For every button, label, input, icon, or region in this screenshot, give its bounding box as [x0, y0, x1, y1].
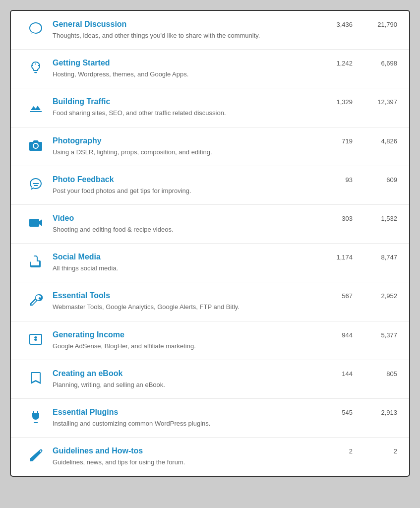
forum-stats-general-discussion: 3,436 21,790: [318, 20, 397, 28]
photo-feedback-icon: [23, 175, 49, 192]
forum-desc-building-traffic: Food sharing sites, SEO, and other traff…: [53, 109, 226, 117]
forum-row-generating-income: Generating Income Google AdSense, BlogHe…: [11, 321, 409, 360]
forum-row-essential-tools: Essential Tools Webmaster Tools, Google …: [11, 282, 409, 321]
forum-info-essential-tools: Essential Tools Webmaster Tools, Google …: [49, 291, 318, 312]
forum-posts-social-media: 1,174: [328, 254, 353, 261]
forum-title-building-traffic[interactable]: Building Traffic: [53, 97, 318, 106]
forum-row-essential-plugins: Essential Plugins Installing and customi…: [11, 399, 409, 438]
forum-title-essential-tools[interactable]: Essential Tools: [53, 291, 318, 300]
forum-title-getting-started[interactable]: Getting Started: [53, 59, 318, 67]
plug-icon: [23, 408, 49, 425]
forum-views-essential-tools: 2,952: [372, 292, 397, 300]
forum-views-generating-income: 5,377: [372, 331, 397, 339]
forum-posts-creating-ebook: 144: [328, 370, 353, 378]
forum-posts-essential-tools: 567: [328, 292, 353, 300]
forum-views-building-traffic: 12,397: [372, 98, 397, 106]
forum-title-essential-plugins[interactable]: Essential Plugins: [53, 408, 318, 417]
forum-desc-social-media: All things social media.: [53, 264, 118, 272]
forum-posts-guidelines: 2: [328, 447, 353, 455]
forum-posts-photo-feedback: 93: [328, 176, 353, 184]
forum-info-video: Video Shooting and editing food & recipe…: [49, 214, 318, 234]
forum-info-social-media: Social Media All things social media.: [49, 253, 318, 273]
forum-title-guidelines[interactable]: Guidelines and How-tos: [53, 446, 318, 455]
forum-posts-general-discussion: 3,436: [328, 21, 353, 28]
forum-row-creating-ebook: Creating an eBook Planning, writing, and…: [11, 360, 409, 399]
forum-desc-video: Shooting and editing food & recipe video…: [53, 226, 174, 233]
thumbsup-icon: [23, 253, 49, 269]
forum-info-general-discussion: General Discussion Thoughts, ideas, and …: [49, 20, 318, 40]
forum-info-building-traffic: Building Traffic Food sharing sites, SEO…: [49, 97, 318, 118]
forum-info-photography: Photography Using a DSLR, lighting, prop…: [49, 136, 318, 157]
chat-icon: [23, 20, 49, 37]
forum-row-getting-started: Getting Started Hosting, Wordpress, them…: [11, 50, 409, 88]
lightbulb-icon: [23, 59, 49, 75]
forum-title-creating-ebook[interactable]: Creating an eBook: [53, 369, 318, 378]
forum-stats-essential-tools: 567 2,952: [318, 291, 397, 300]
forum-stats-generating-income: 944 5,377: [318, 330, 397, 339]
svg-rect-0: [29, 219, 39, 227]
forum-row-general-discussion: General Discussion Thoughts, ideas, and …: [11, 11, 409, 50]
forum-row-photography: Photography Using a DSLR, lighting, prop…: [11, 127, 409, 166]
forum-posts-building-traffic: 1,329: [328, 98, 353, 106]
forum-posts-generating-income: 944: [328, 331, 353, 339]
forum-desc-essential-tools: Webmaster Tools, Google Analytics, Googl…: [53, 303, 240, 311]
forum-stats-getting-started: 1,242 6,698: [318, 59, 397, 67]
forum-desc-photography: Using a DSLR, lighting, props, compositi…: [53, 148, 212, 156]
forum-views-video: 1,532: [372, 215, 397, 222]
forum-row-video: Video Shooting and editing food & recipe…: [11, 205, 409, 244]
forum-info-guidelines: Guidelines and How-tos Guidelines, news,…: [49, 446, 318, 467]
forum-views-creating-ebook: 805: [372, 370, 397, 378]
forum-stats-building-traffic: 1,329 12,397: [318, 97, 397, 106]
forum-views-social-media: 8,747: [372, 254, 397, 261]
forum-title-photography[interactable]: Photography: [53, 136, 318, 145]
forum-title-generating-income[interactable]: Generating Income: [53, 330, 318, 339]
forum-desc-general-discussion: Thoughts, ideas, and other things you'd …: [53, 32, 260, 39]
forum-stats-photography: 719 4,826: [318, 136, 397, 145]
forum-title-general-discussion[interactable]: General Discussion: [53, 20, 318, 29]
forum-row-social-media: Social Media All things social media. 1,…: [11, 244, 409, 282]
bookmark-icon: [23, 369, 49, 386]
forum-info-essential-plugins: Essential Plugins Installing and customi…: [49, 408, 318, 428]
forum-desc-guidelines: Guidelines, news, and tips for using the…: [53, 458, 185, 466]
forum-posts-photography: 719: [328, 137, 353, 145]
dollar-icon: [23, 330, 49, 347]
video-icon: [23, 214, 49, 231]
forum-views-photography: 4,826: [372, 137, 397, 145]
forum-list: General Discussion Thoughts, ideas, and …: [10, 10, 410, 477]
forum-stats-photo-feedback: 93 609: [318, 175, 397, 184]
forum-info-getting-started: Getting Started Hosting, Wordpress, them…: [49, 59, 318, 79]
forum-row-building-traffic: Building Traffic Food sharing sites, SEO…: [11, 88, 409, 127]
forum-stats-social-media: 1,174 8,747: [318, 253, 397, 261]
chart-icon: [23, 97, 49, 114]
forum-title-social-media[interactable]: Social Media: [53, 253, 318, 261]
forum-desc-generating-income: Google AdSense, BlogHer, and affiliate m…: [53, 342, 196, 350]
forum-desc-creating-ebook: Planning, writing, and selling an eBook.: [53, 381, 165, 388]
forum-views-essential-plugins: 2,913: [372, 409, 397, 416]
wrench-icon: [23, 291, 49, 308]
forum-posts-essential-plugins: 545: [328, 409, 353, 416]
forum-views-guidelines: 2: [372, 447, 397, 455]
forum-info-photo-feedback: Photo Feedback Post your food photos and…: [49, 175, 318, 195]
forum-stats-guidelines: 2 2: [318, 446, 397, 455]
pencil-icon: [23, 446, 49, 463]
camera-icon: [23, 136, 49, 153]
forum-stats-creating-ebook: 144 805: [318, 369, 397, 378]
forum-views-photo-feedback: 609: [372, 176, 397, 184]
forum-title-photo-feedback[interactable]: Photo Feedback: [53, 175, 318, 184]
forum-views-general-discussion: 21,790: [372, 21, 397, 28]
forum-posts-getting-started: 1,242: [328, 60, 353, 67]
forum-posts-video: 303: [328, 215, 353, 222]
forum-desc-essential-plugins: Installing and customizing common WordPr…: [53, 420, 210, 427]
forum-desc-getting-started: Hosting, Wordpress, themes, and Google A…: [53, 70, 188, 78]
forum-views-getting-started: 6,698: [372, 60, 397, 67]
forum-title-video[interactable]: Video: [53, 214, 318, 223]
forum-row-guidelines: Guidelines and How-tos Guidelines, news,…: [11, 438, 409, 476]
forum-stats-video: 303 1,532: [318, 214, 397, 222]
forum-info-creating-ebook: Creating an eBook Planning, writing, and…: [49, 369, 318, 389]
forum-stats-essential-plugins: 545 2,913: [318, 408, 397, 416]
forum-row-photo-feedback: Photo Feedback Post your food photos and…: [11, 166, 409, 205]
forum-info-generating-income: Generating Income Google AdSense, BlogHe…: [49, 330, 318, 351]
forum-desc-photo-feedback: Post your food photos and get tips for i…: [53, 187, 191, 194]
